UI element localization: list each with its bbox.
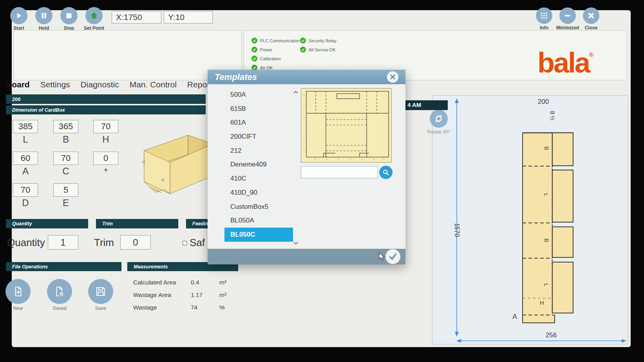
set-point-button[interactable]: Set Point (79, 7, 109, 31)
dim-H: H (93, 120, 118, 145)
measurement-row: Wastage Area (133, 291, 171, 299)
measurement-unit: m² (219, 279, 226, 286)
dim-A: A (13, 152, 38, 177)
scroll-up-icon[interactable] (293, 89, 298, 94)
template-list: 500A 615B 601A 200CIFT 212 Deneme409 410… (224, 88, 293, 242)
rotate-icon (430, 110, 448, 128)
template-item[interactable]: 601A (224, 116, 293, 130)
home-icon (85, 7, 103, 24)
dimension-header-bar: Dimension of CardBox (6, 105, 206, 114)
panel-height-dimension: 1570 (453, 223, 460, 237)
dim-D-input[interactable] (13, 183, 38, 197)
template-item[interactable]: Deneme409 (224, 157, 293, 172)
trim-label: Trim (94, 237, 114, 249)
save-button[interactable]: Save (83, 279, 118, 311)
flap-label-a: A (512, 313, 517, 321)
search-icon (382, 169, 389, 176)
check-icon (300, 38, 306, 43)
segment-label-b2: B (543, 238, 550, 242)
dialog-footer (208, 249, 405, 264)
saved-files-button[interactable]: Saved (42, 279, 77, 311)
info-grid-icon (536, 7, 552, 24)
template-item[interactable]: BL050A (224, 214, 293, 228)
confirm-button[interactable] (385, 249, 400, 264)
tab-board[interactable]: Board (6, 80, 30, 89)
templates-dialog-header[interactable]: Templates (208, 70, 405, 84)
trim-header-bar: Trim (96, 219, 178, 228)
quantity-header-bar: Quantity (6, 219, 88, 228)
panel-bottom-dimension: 256 (539, 331, 563, 339)
dim-H-input[interactable] (93, 120, 118, 133)
x-position-field[interactable] (112, 11, 161, 24)
play-icon (10, 7, 27, 24)
template-name-bar: 200 (6, 94, 206, 104)
scroll-down-icon[interactable] (293, 240, 298, 244)
template-item[interactable]: 615B (224, 102, 293, 116)
status-plc: PLC Communication (251, 38, 300, 43)
status-power: Power (251, 47, 272, 52)
measurement-value: 74 (191, 304, 197, 311)
template-item-selected[interactable]: BL050C (224, 228, 293, 242)
panel-width-dimension: 200 (532, 98, 555, 106)
template-item[interactable]: 410C (224, 172, 293, 186)
dialog-close-button[interactable] (387, 71, 398, 83)
dim-C-input[interactable] (53, 152, 78, 165)
template-item[interactable]: 200CIFT (224, 130, 293, 144)
close-icon (583, 7, 599, 24)
feeding-mode-checkbox[interactable] (183, 241, 187, 245)
y-position-field[interactable] (164, 11, 213, 24)
measurement-row: Wastage (133, 304, 157, 311)
template-item[interactable]: 500A (224, 88, 293, 102)
minimize-icon (559, 7, 576, 24)
quantity-label: Quantity (7, 237, 45, 249)
close-label: Close (576, 25, 606, 31)
close-button[interactable]: Close (576, 7, 606, 31)
dim-B: B (53, 120, 78, 145)
close-x-icon (390, 74, 396, 80)
mouse-cursor (378, 252, 385, 262)
measurement-value: 0.4 (191, 279, 199, 286)
template-item[interactable]: 410D_90 (224, 186, 293, 200)
dialog-title: Templates (208, 72, 257, 82)
template-search-input[interactable] (301, 166, 378, 178)
rotate-90-button[interactable]: Rotate 90° (421, 110, 457, 135)
main-tabs: Board Settings Diagnostic Man. Control R… (6, 80, 212, 89)
confirm-check-icon (389, 252, 397, 261)
new-file-button[interactable]: New (0, 279, 36, 311)
dimension-lines (432, 96, 628, 345)
status-calibration: Calibration (251, 56, 281, 62)
tab-man-control[interactable]: Man. Control (130, 80, 177, 89)
template-preview (301, 88, 392, 163)
box3d-height-label: H (142, 160, 145, 164)
segment-label-h: H (540, 299, 544, 306)
segment-label-b1: B (543, 146, 550, 150)
template-item[interactable]: CustomBox5 (224, 200, 293, 214)
measurement-unit: % (219, 304, 225, 311)
segment-label-l2: L (543, 283, 550, 286)
dim-B-input[interactable] (53, 120, 78, 133)
dim-E-input[interactable] (53, 183, 78, 197)
quantity-input[interactable] (48, 235, 78, 250)
tab-settings[interactable]: Settings (40, 80, 70, 89)
dim-plus-input[interactable] (93, 152, 118, 165)
dim-E: E (53, 183, 78, 208)
dim-A-input[interactable] (13, 152, 38, 165)
dim-C: C (53, 152, 78, 177)
check-icon (251, 38, 257, 43)
pause-icon (35, 7, 52, 24)
layout-preview-panel (432, 95, 628, 344)
check-icon (300, 47, 306, 52)
search-button[interactable] (379, 166, 393, 179)
box3d-width-label: B (162, 178, 164, 182)
brand-logo: bala® (537, 39, 593, 78)
status-servos: All Servos OK (300, 47, 335, 52)
feeding-checkbox-label: Saf (190, 237, 205, 249)
template-item[interactable]: 212 (224, 144, 293, 158)
dim-L-input[interactable] (13, 120, 38, 133)
trim-input[interactable] (120, 235, 151, 250)
measurement-value: 1.17 (191, 291, 203, 299)
tab-diagnostic[interactable]: Diagnostic (81, 80, 119, 89)
dim-plus: + (93, 152, 118, 175)
registered-mark: ® (589, 51, 593, 58)
check-icon (251, 47, 257, 52)
